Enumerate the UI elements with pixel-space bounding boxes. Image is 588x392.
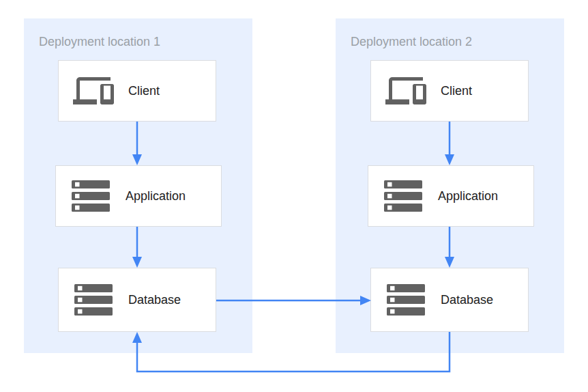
- node-application-1: Application: [55, 165, 222, 227]
- deployment-location-2-title: Deployment location 2: [351, 35, 472, 49]
- node-client-2: Client: [370, 60, 529, 122]
- node-client-2-label: Client: [441, 84, 472, 98]
- storage-icon: [385, 284, 427, 316]
- deployment-location-1-title: Deployment location 1: [39, 35, 160, 49]
- devices-icon: [72, 70, 115, 111]
- architecture-diagram: Deployment location 1 Deployment locatio…: [0, 0, 588, 392]
- storage-icon: [72, 284, 115, 316]
- devices-icon: [385, 70, 427, 111]
- node-database-1: Database: [58, 268, 216, 332]
- node-application-2-label: Application: [438, 189, 498, 204]
- node-database-2-label: Database: [441, 293, 493, 307]
- node-application-1-label: Application: [126, 189, 186, 204]
- node-database-2: Database: [370, 268, 529, 332]
- node-database-1-label: Database: [128, 293, 181, 307]
- node-client-1-label: Client: [128, 84, 160, 98]
- storage-icon: [382, 180, 424, 212]
- storage-icon: [70, 180, 112, 212]
- node-application-2: Application: [368, 165, 534, 227]
- node-client-1: Client: [58, 60, 216, 122]
